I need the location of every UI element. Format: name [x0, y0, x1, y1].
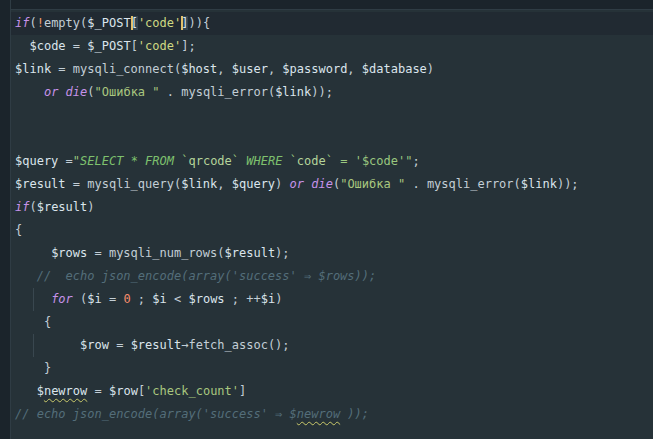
code-line[interactable]: for ($i = 0 ; $i < $rows ; ++$i): [11, 288, 653, 311]
code-token: ));: [340, 407, 369, 421]
code-line[interactable]: if($result): [11, 196, 653, 219]
code-token: (: [87, 85, 94, 99]
code-token: 'code': [138, 39, 181, 53]
code-token: $rows: [51, 246, 87, 260]
code-line[interactable]: $code = $_POST['code'];: [11, 35, 653, 58]
code-token: "Ошибка ": [340, 177, 405, 191]
code-token: // echo json_encode(array('success' ⇒ $: [15, 407, 297, 421]
code-token: {: [15, 223, 22, 237]
code-token: $result: [37, 200, 88, 214]
code-token: ,: [217, 62, 231, 76]
code-token: `: [282, 154, 296, 168]
code-token: "Ошибка ": [95, 85, 160, 99]
code-line[interactable]: or die("Ошибка " . mysqli_error($link));: [11, 81, 653, 104]
code-token: ,: [347, 62, 361, 76]
code-token: !: [37, 16, 44, 30]
code-token: . mysqli_error(: [160, 85, 276, 99]
code-line[interactable]: $query ="SELECT * FROM `qrcode` WHERE `c…: [11, 150, 653, 173]
code-token: $link: [521, 177, 557, 191]
code-token: $_POST: [87, 39, 130, 53]
code-line[interactable]: {: [11, 219, 653, 242]
code-token: . mysqli_error(: [405, 177, 521, 191]
code-token: qrcode: [188, 154, 231, 168]
code-token: $password: [282, 62, 347, 76]
indent-guide: [33, 334, 34, 357]
code-token: (: [29, 16, 36, 30]
code-token: $row: [109, 384, 138, 398]
code-token: = mysqli_connect(: [51, 62, 181, 76]
code-editor-area[interactable]: if(!empty($_POST['code'])){ $code = $_PO…: [11, 10, 653, 439]
code-line[interactable]: // echo json_encode(array('success' ⇒ $n…: [11, 403, 653, 426]
code-token: ]: [239, 384, 246, 398]
code-token: <: [167, 292, 189, 306]
code-token: )){: [188, 16, 210, 30]
code-token: if: [15, 16, 29, 30]
code-token: =: [58, 154, 72, 168]
code-token: $code: [362, 154, 398, 168]
code-token: =: [102, 292, 124, 306]
code-token: `: [232, 154, 246, 168]
code-token: [15, 85, 44, 99]
code-token: FROM: [145, 154, 174, 168]
code-token: [123, 154, 130, 168]
code-token: ,: [268, 62, 282, 76]
code-token: }: [15, 361, 51, 375]
code-token: $query: [15, 154, 58, 168]
code-token: die: [311, 177, 333, 191]
code-token: SELECT: [80, 154, 123, 168]
code-token: ): [275, 177, 289, 191]
code-token: 'code': [138, 16, 181, 30]
code-token: ];: [181, 39, 195, 53]
code-token: ;: [412, 154, 419, 168]
code-token: or: [44, 85, 58, 99]
code-line[interactable]: // echo json_encode(array('success' ⇒ $r…: [11, 265, 653, 288]
typo-token: newrow: [44, 384, 87, 398]
code-line[interactable]: $rows = mysqli_num_rows($result);: [11, 242, 653, 265]
editor-window: if(!empty($_POST['code'])){ $code = $_PO…: [0, 0, 653, 439]
code-token: if: [15, 200, 29, 214]
code-token: ; ++: [225, 292, 261, 306]
code-token: '": [398, 154, 412, 168]
code-line[interactable]: {: [11, 311, 653, 334]
code-line[interactable]: $row = $result→fetch_assoc();: [11, 334, 653, 357]
code-token: ;: [131, 292, 153, 306]
code-token: $row: [80, 338, 109, 352]
code-token: for: [51, 292, 73, 306]
code-token: // echo json_encode(array('success' ⇒ $r…: [15, 269, 376, 283]
code-line[interactable]: $link = mysqli_connect($host, $user, $pa…: [11, 58, 653, 81]
code-token: =: [87, 384, 109, 398]
code-token: $link: [181, 177, 217, 191]
code-token: empty: [44, 16, 80, 30]
code-token: ": [73, 154, 80, 168]
code-token: WHERE: [246, 154, 282, 168]
code-token: = mysqli_num_rows(: [87, 246, 224, 260]
code-token: $result: [225, 246, 276, 260]
code-line[interactable]: }: [11, 357, 653, 380]
code-token: *: [131, 154, 138, 168]
code-token: 'check_count': [145, 384, 239, 398]
code-line[interactable]: $newrow = $row['check_count']: [11, 380, 653, 403]
code-token: $_POST: [87, 16, 130, 30]
code-line[interactable]: $result = mysqli_query($link, $query) or…: [11, 173, 653, 196]
code-token: $link: [275, 85, 311, 99]
code-token: →fetch_assoc();: [181, 338, 289, 352]
code-token: [: [131, 39, 138, 53]
code-token: or: [290, 177, 304, 191]
code-token: `: [174, 154, 188, 168]
code-line[interactable]: [11, 426, 653, 439]
code-token: $: [37, 384, 44, 398]
code-token: 0: [123, 292, 130, 306]
code-token: = mysqli_query(: [66, 177, 182, 191]
code-token: =: [66, 39, 88, 53]
code-line[interactable]: [11, 104, 653, 127]
code-token: [15, 384, 37, 398]
code-token: [58, 85, 65, 99]
code-lines-container: if(!empty($_POST['code'])){ $code = $_PO…: [11, 12, 653, 439]
code-line-current[interactable]: if(!empty($_POST['code'])){: [11, 12, 653, 35]
code-token: );: [275, 246, 289, 260]
code-token: (: [29, 200, 36, 214]
code-token: {: [15, 315, 51, 329]
code-token: $result: [131, 338, 182, 352]
code-line[interactable]: [11, 127, 653, 150]
code-token: [15, 338, 80, 352]
